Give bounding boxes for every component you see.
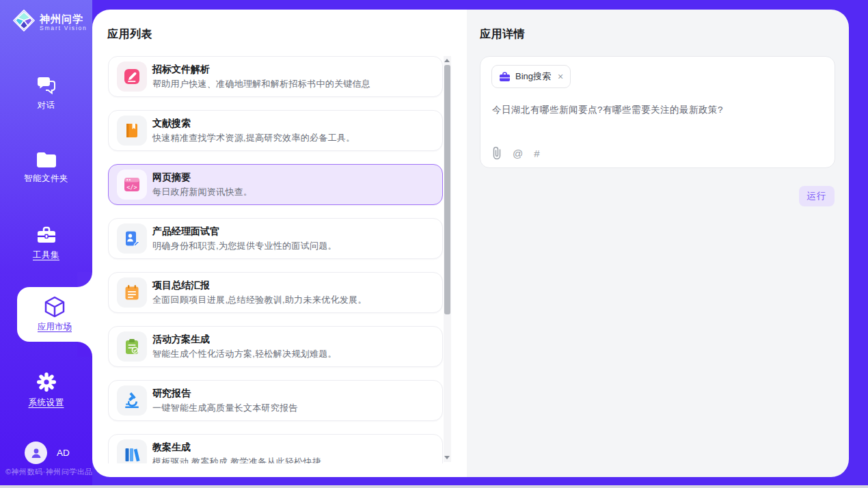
- app-name: 招标文件解析: [152, 64, 210, 76]
- folder-icon: [37, 151, 56, 167]
- sidebar-item-2[interactable]: 工具集: [0, 226, 92, 261]
- close-icon[interactable]: ×: [558, 72, 563, 81]
- sidebar-item-label: 系统设置: [29, 397, 64, 409]
- app-name: 网页摘要: [152, 172, 191, 184]
- app-card-6[interactable]: 研究报告一键智能生成高质量长文本研究报告: [108, 380, 443, 421]
- sidebar-item-label: 应用市场: [38, 321, 72, 333]
- books-icon: [117, 439, 147, 463]
- sidebar-item-0[interactable]: 对话: [0, 76, 92, 111]
- report-icon: [117, 277, 147, 308]
- app-description: 全面回顾项目进展,总结经验教训,助力未来优化发展。: [152, 294, 367, 306]
- query-input[interactable]: 今日湖北有哪些新闻要点?有哪些需要关注的最新政策?: [492, 103, 820, 117]
- content-area: 应用列表 招标文件解析帮助用户快速、准确地理解和解析招标书中的关键信息文献搜索快…: [92, 10, 849, 477]
- app-detail-title: 应用详情: [480, 27, 525, 42]
- scrollbar[interactable]: [444, 56, 451, 462]
- scroll-up-arrow-icon[interactable]: [444, 59, 450, 62]
- toolbox-icon: [36, 226, 57, 244]
- sidebar-item-3[interactable]: 应用市场: [17, 287, 92, 342]
- sidebar-item-4[interactable]: 系统设置: [0, 372, 92, 409]
- interview-icon: [117, 223, 147, 254]
- edit-icon: [117, 62, 147, 92]
- person-icon: [30, 447, 42, 459]
- app-name: 项目总结汇报: [152, 280, 210, 292]
- app-description: 智能生成个性化活动方案,轻松解决规划难题。: [152, 348, 337, 360]
- app-name: 活动方案生成: [152, 334, 210, 346]
- book-icon: [117, 116, 147, 146]
- brand-diamond-icon: [12, 9, 36, 35]
- app-logo: 神州问学 Smart Vision: [12, 9, 87, 35]
- brand-name: 神州问学: [40, 13, 87, 25]
- app-card-5[interactable]: 活动方案生成智能生成个性化活动方案,轻松解决规划难题。: [108, 326, 443, 367]
- app-name: 产品经理面试官: [152, 226, 219, 238]
- svg-text:</>: </>: [126, 184, 137, 191]
- brand-subtitle: Smart Vision: [40, 25, 87, 31]
- webpage-icon: </>: [117, 170, 147, 200]
- app-list: 招标文件解析帮助用户快速、准确地理解和解析招标书中的关键信息文献搜索快速精准查找…: [108, 56, 443, 463]
- sidebar-item-label: 工具集: [33, 249, 59, 261]
- app-description: 模板驱动,教案秒成,教学准备从此轻松快捷: [152, 456, 321, 463]
- scroll-down-arrow-icon[interactable]: [444, 456, 450, 459]
- sidebar-item-1[interactable]: 智能文件夹: [0, 151, 92, 185]
- sidebar-active-bubble: 应用市场: [17, 287, 92, 342]
- briefcase-icon: [499, 72, 511, 82]
- at-icon[interactable]: @: [513, 148, 523, 159]
- app-description: 每日政府新闻资讯快查。: [152, 186, 252, 198]
- app-description: 快速精准查找学术资源,提高研究效率的必备工具。: [152, 132, 355, 144]
- cube-icon: [44, 296, 65, 318]
- prompt-card: Bing搜索 × 今日湖北有哪些新闻要点?有哪些需要关注的最新政策? @ #: [480, 56, 835, 168]
- app-card-2[interactable]: </>网页摘要每日政府新闻资讯快查。: [108, 164, 443, 205]
- sidebar-item-label: 对话: [38, 100, 55, 111]
- bubble-fillet-top: [77, 272, 92, 287]
- tool-tag-label: Bing搜索: [515, 70, 551, 83]
- app-card-1[interactable]: 文献搜索快速精准查找学术资源,提高研究效率的必备工具。: [108, 110, 443, 151]
- app-name: 文献搜索: [152, 118, 191, 130]
- paperclip-icon[interactable]: [492, 146, 502, 160]
- app-description: 一键智能生成高质量长文本研究报告: [152, 402, 298, 414]
- chat-icon: [37, 76, 56, 94]
- app-detail-panel: 应用详情 Bing搜索 × 今日湖北有哪些新闻要点?有哪些需要关注的最新政策?: [467, 10, 849, 477]
- app-list-title: 应用列表: [107, 27, 152, 42]
- hash-icon[interactable]: #: [534, 148, 539, 159]
- app-card-7[interactable]: 教案生成模板驱动,教案秒成,教学准备从此轻松快捷: [108, 434, 443, 463]
- sidebar: 神州问学 Smart Vision 对话智能文件夹工具集应用市场系统设置 AD …: [0, 0, 92, 485]
- attach-toolbar: @ #: [492, 146, 540, 160]
- app-description: 明确身份和职责,为您提供专业性的面试问题。: [152, 240, 337, 252]
- research-icon: [117, 385, 147, 416]
- user-row[interactable]: AD: [25, 442, 70, 464]
- bubble-fillet-bottom: [77, 342, 92, 357]
- app-card-0[interactable]: 招标文件解析帮助用户快速、准确地理解和解析招标书中的关键信息: [108, 56, 443, 97]
- run-button[interactable]: 运行: [799, 186, 835, 206]
- clipboard-icon: [117, 331, 147, 362]
- tool-tag-bing-search[interactable]: Bing搜索 ×: [491, 65, 571, 88]
- app-list-panel: 应用列表 招标文件解析帮助用户快速、准确地理解和解析招标书中的关键信息文献搜索快…: [92, 10, 467, 477]
- app-name: 研究报告: [152, 388, 191, 400]
- app-name: 教案生成: [152, 442, 191, 454]
- copyright-footer: ©神州数码·神州问学出品: [5, 467, 93, 477]
- user-initials: AD: [57, 448, 70, 458]
- avatar[interactable]: [25, 442, 47, 464]
- scrollbar-thumb[interactable]: [444, 65, 450, 314]
- app-description: 帮助用户快速、准确地理解和解析招标书中的关键信息: [152, 78, 370, 90]
- app-card-3[interactable]: 产品经理面试官明确身份和职责,为您提供专业性的面试问题。: [108, 218, 443, 259]
- gear-icon: [37, 372, 56, 392]
- bottom-strip: [0, 485, 868, 488]
- app-card-4[interactable]: 项目总结汇报全面回顾项目进展,总结经验教训,助力未来优化发展。: [108, 272, 443, 313]
- sidebar-item-label: 智能文件夹: [24, 173, 68, 185]
